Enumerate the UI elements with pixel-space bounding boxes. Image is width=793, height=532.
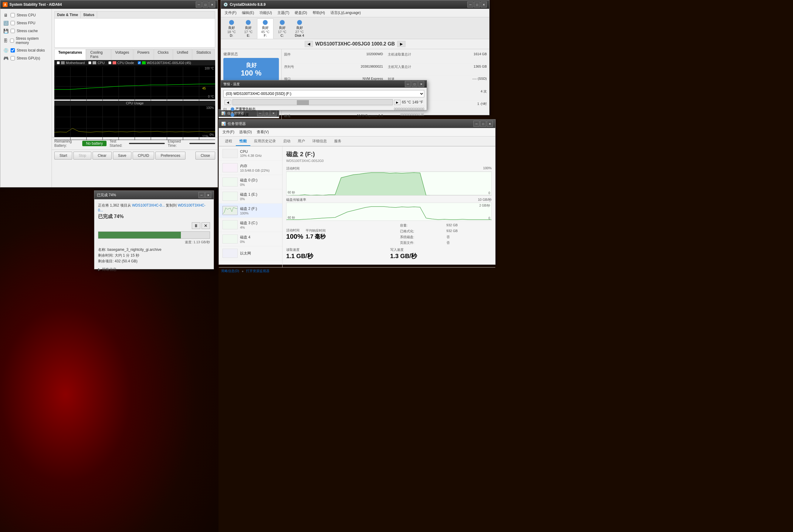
tab-clocks[interactable]: Clocks (154, 49, 173, 60)
stress-cpu-checkbox[interactable] (11, 13, 15, 17)
tab-voltages[interactable]: Voltages (111, 49, 133, 60)
tm-memory-item[interactable]: 内存 10.5/48.0 GB (22%) (219, 161, 282, 175)
stress-disk-checkbox[interactable] (11, 48, 15, 53)
disk-tab-c[interactable]: 良好 17 °C C: (274, 19, 291, 39)
alert-minimize[interactable]: ─ (405, 81, 411, 87)
tab-users[interactable]: 用户 (294, 137, 309, 146)
preferences-button[interactable]: Preferences (155, 152, 185, 159)
disk2-response-block: 平均响应时间 1.7 毫秒 (306, 228, 397, 240)
disk-tab-d[interactable]: 良好 18 °C D: (223, 19, 240, 39)
menu-language[interactable]: 语言(L)(Language) (328, 10, 363, 16)
disk-4-status-dot (297, 20, 302, 25)
aida-close-button[interactable]: ✕ (209, 1, 215, 7)
copy-pause-button[interactable]: ⏸ (192, 222, 200, 229)
power-time-val: 1 小时 (477, 101, 487, 112)
tm-disk4-info: 磁盘 4 0% (240, 235, 279, 244)
disk2-capacity-val: 932 GB (446, 223, 492, 228)
tab-startup[interactable]: 启动 (279, 137, 294, 146)
start-button[interactable]: Start (54, 152, 72, 159)
health-label: 健康状态 (223, 52, 279, 57)
menu-theme[interactable]: 主题(T) (275, 10, 292, 16)
tab-unified[interactable]: Unified (173, 49, 192, 60)
copy-cancel-button[interactable]: ✕ (202, 222, 210, 229)
alert-scroll-left[interactable]: ◀ (225, 100, 231, 105)
copy-expand-label: 简略信息 (102, 267, 116, 272)
stress-sysram-label: Stress system memory (16, 36, 49, 45)
disk-tab-f[interactable]: 良好 45 °C F: (257, 19, 273, 39)
tm-menu-options[interactable]: 选项(O) (237, 129, 254, 136)
tm-menu-view[interactable]: 查看(V) (254, 129, 271, 136)
tab-details[interactable]: 详细信息 (309, 137, 331, 146)
tm-close[interactable]: ✕ (487, 121, 493, 127)
tab-cooling-fans[interactable]: Cooling Fans (86, 49, 111, 60)
tab-performance[interactable]: 性能 (236, 137, 251, 146)
disk2-sys-key: 系统磁盘: (400, 235, 445, 239)
elapsed-value (189, 143, 215, 144)
log-col-status: Status (81, 12, 97, 18)
prev-disk-button[interactable]: ◀ (305, 41, 313, 47)
crystal-maximize[interactable]: □ (474, 1, 480, 7)
menu-function[interactable]: 功能(U) (257, 10, 274, 16)
menu-edit[interactable]: 编辑(E) (239, 10, 256, 16)
tm-disk2-item[interactable]: 磁盘 2 (F:) 100% (219, 204, 282, 218)
tab-processes[interactable]: 进程 (221, 137, 236, 146)
copy-source-link[interactable]: WDS100T3XHC-0... (132, 203, 165, 207)
legend-cpu: CPU (88, 61, 105, 64)
disk2-title-info: 磁盘 2 (F:) WDS100T3XHC-00SJG0 (286, 150, 324, 163)
gpu-icon: 🎮 (3, 56, 9, 61)
alert-scroll-right[interactable]: ▶ (394, 100, 401, 105)
tab-services[interactable]: 服务 (331, 137, 345, 146)
clear-button[interactable]: Clear (93, 152, 112, 159)
menu-disk[interactable]: 硬盘(D) (292, 10, 310, 16)
tm-disk3-item[interactable]: 磁盘 3 (C:) 4% (219, 218, 282, 232)
copy-pct-text: 已完成 74% (98, 213, 210, 220)
save-button[interactable]: Save (113, 152, 131, 159)
copy-expand-button[interactable]: ▶ 简略信息 (98, 267, 210, 272)
tab-temperatures[interactable]: Temperatures (54, 49, 86, 60)
tm-minimize[interactable]: ─ (474, 121, 480, 127)
tm-disk4-item[interactable]: 磁盘 4 0% (219, 232, 282, 246)
menu-file[interactable]: 文件(F) (222, 10, 239, 16)
alert-maximize[interactable]: □ (411, 81, 418, 87)
disk-tab-e[interactable]: 良好 17 °C E: (240, 19, 257, 39)
tm-disk0-item[interactable]: 磁盘 0 (D:) 0% (219, 175, 282, 189)
alert-scroll-row: ◀ ▶ 65 °C 149 °F (222, 99, 425, 106)
tab-statistics[interactable]: Statistics (192, 49, 215, 60)
crystal-minimize[interactable]: ─ (467, 1, 474, 7)
tm-disk1-item[interactable]: 磁盘 1 (E:) 0% (219, 189, 282, 204)
chart-y-min: 0 °C (208, 95, 214, 98)
close-button[interactable]: Close (196, 152, 215, 159)
cpuid-button[interactable]: CPUID (133, 152, 154, 159)
alert-close[interactable]: ✕ (418, 81, 424, 87)
svg-text:45: 45 (202, 87, 206, 90)
stress-gpu-checkbox[interactable] (11, 56, 15, 60)
minimize-button[interactable]: ─ (196, 1, 202, 7)
tm-menu-file[interactable]: 文件(F) (220, 129, 237, 136)
maximize-button[interactable]: □ (202, 1, 208, 7)
next-disk-button[interactable]: ▶ (397, 41, 405, 47)
aida-tabs-bar: Temperatures Cooling Fans Voltages Power… (52, 48, 218, 60)
stop-button[interactable]: Stop (73, 152, 91, 159)
stress-cache-checkbox[interactable] (11, 29, 15, 33)
copy-minimize[interactable]: ─ (199, 192, 205, 198)
copy-close[interactable]: ✕ (205, 192, 211, 198)
alert-scrollbar[interactable] (233, 99, 393, 105)
tm-footer-link2[interactable]: 打开资源监视器 (246, 269, 270, 273)
tm-footer-link1[interactable]: 简略信息(D) (221, 269, 239, 273)
stress-sysram-checkbox[interactable] (10, 39, 14, 43)
disk1-mini-chart (222, 192, 238, 201)
menu-help[interactable]: 帮助(H) (310, 10, 328, 16)
crystal-close[interactable]: ✕ (481, 1, 487, 7)
disk2-page-key: 页面文件: (400, 241, 445, 245)
disk2-active-label: 活动时间 (286, 166, 299, 171)
stress-fpu-checkbox[interactable] (11, 21, 15, 25)
tm-ethernet-item[interactable]: 以太网 (219, 246, 282, 261)
tab-app-history[interactable]: 应用历史记录 (251, 137, 279, 146)
alert-dropdown[interactable]: (03) WDS100T3XHC-00SJG0 [SSD] (F:) (223, 90, 424, 97)
disk-d-temp: 18 °C (227, 30, 236, 34)
tm-cpu-item[interactable]: CPU 10% 4.38 GHz (219, 147, 282, 161)
tab-powers[interactable]: Powers (133, 49, 153, 60)
disk-tab-4[interactable]: 良好 27 °C Disk 4 (291, 19, 308, 39)
disk-f-status-dot (263, 20, 268, 25)
tm-maximize[interactable]: □ (480, 121, 486, 127)
